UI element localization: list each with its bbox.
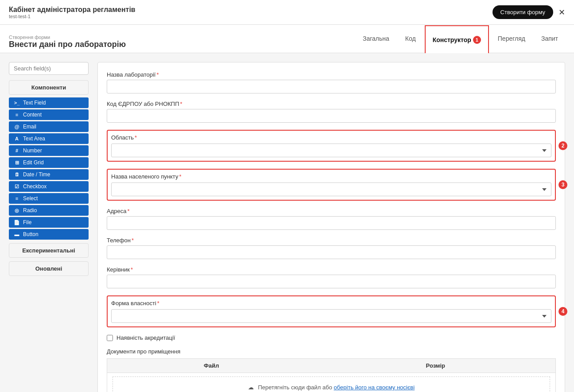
sidebar-item-label: Content	[23, 112, 42, 118]
file-upload-row: ☁ Перетягніть сюди файл або оберіть його…	[107, 373, 556, 392]
sidebar-item-textarea[interactable]: A Text Area	[9, 133, 89, 144]
sidebar-item-text-field[interactable]: >_ Text Field	[9, 97, 89, 108]
nazva-label: Назва лабораторії*	[107, 71, 556, 78]
accreditation-checkbox[interactable]	[107, 335, 113, 341]
edrpou-input[interactable]	[107, 109, 556, 123]
file-upload-area[interactable]: ☁ Перетягніть сюди файл або оберіть його…	[112, 376, 550, 392]
sidebar-item-label: Date / Time	[23, 171, 50, 178]
file-icon: 📄	[13, 220, 20, 225]
sidebar-item-email[interactable]: @ Email	[9, 121, 89, 132]
sidebar-item-edit-grid[interactable]: ⊞ Edit Grid	[9, 157, 89, 168]
header-left: Кабінет адміністратора регламентів test-…	[9, 6, 136, 19]
text-field-icon: >_	[13, 100, 20, 105]
form-group-settlement: Назва населеного пункту* 3	[107, 169, 556, 201]
sidebar-components-title[interactable]: Компоненти	[9, 80, 89, 95]
sidebar: Компоненти >_ Text Field ≡ Content @ Ema…	[9, 62, 89, 392]
form-creation-label: Створення форми	[9, 35, 126, 40]
form-group-forma: Форма власності* 4	[107, 295, 556, 327]
file-col-size: Розмір	[316, 359, 556, 373]
sidebar-item-select[interactable]: ≡ Select	[9, 193, 89, 204]
checkbox-icon: ☑	[13, 184, 20, 190]
main-content: Компоненти >_ Text Field ≡ Content @ Ema…	[0, 53, 574, 392]
sub-header: Створення форми Внести дані про лаборато…	[0, 25, 574, 53]
forma-select[interactable]	[111, 309, 551, 323]
sidebar-experimental-title[interactable]: Експериментальні	[9, 243, 89, 258]
accreditation-label: Наявність акредитації	[116, 334, 175, 341]
content-icon: ≡	[13, 112, 20, 117]
tab-zagalna[interactable]: Загальна	[356, 25, 396, 53]
kerivnyk-label: Керівник*	[107, 266, 556, 273]
telefon-label: Телефон*	[107, 237, 556, 244]
oblast-label: Область*	[111, 134, 551, 141]
tab-zapyt[interactable]: Запит	[534, 25, 565, 53]
header-right: Створити форму ✕	[493, 5, 565, 19]
email-icon: @	[13, 124, 20, 129]
nazva-input[interactable]	[107, 80, 556, 93]
sidebar-item-content[interactable]: ≡ Content	[9, 109, 89, 120]
sidebar-item-label: File	[23, 219, 31, 225]
sidebar-item-label: Email	[23, 124, 36, 130]
sidebar-item-label: Number	[23, 147, 42, 154]
adresa-input[interactable]	[107, 216, 556, 230]
sidebar-item-button[interactable]: ▬ Button	[9, 229, 89, 240]
sidebar-item-file[interactable]: 📄 File	[9, 217, 89, 228]
search-input[interactable]	[9, 62, 89, 75]
oblast-badge: 2	[558, 141, 567, 150]
accreditation-row: Наявність акредитації	[107, 334, 556, 341]
sidebar-item-label: Edit Grid	[23, 159, 44, 166]
form-group-edrpou: Код ЄДРПОУ або РНОКПП*	[107, 101, 556, 123]
telefon-input[interactable]	[107, 245, 556, 259]
upload-link[interactable]: оберіть його на своєму носієві	[334, 384, 415, 391]
adresa-label: Адреса*	[107, 208, 556, 214]
sidebar-item-label: Radio	[23, 207, 37, 213]
tab-constructor[interactable]: Конструктор 1	[425, 25, 489, 53]
settlement-select[interactable]	[111, 182, 551, 196]
forma-badge: 4	[558, 307, 567, 316]
app-subtitle: test-test-1	[9, 14, 136, 19]
textarea-icon: A	[13, 136, 20, 141]
file-col-name: Файл	[107, 359, 316, 373]
tab-code[interactable]: Код	[398, 25, 423, 53]
form-group-nazva: Назва лабораторії*	[107, 71, 556, 93]
sidebar-item-number[interactable]: # Number	[9, 145, 89, 156]
create-form-button[interactable]: Створити форму	[493, 5, 553, 19]
constructor-badge: 1	[473, 36, 481, 44]
sidebar-item-label: Select	[23, 195, 38, 202]
form-info: Створення форми Внести дані про лаборато…	[9, 35, 126, 53]
sidebar-item-radio[interactable]: ◎ Radio	[9, 205, 89, 216]
documents-section: Документи про приміщення Файл Розмір ☁ П…	[107, 348, 556, 392]
form-group-oblast: Область* 2	[107, 130, 556, 162]
sidebar-item-checkbox[interactable]: ☑ Checkbox	[9, 181, 89, 192]
form-group-kerivnyk: Керівник*	[107, 266, 556, 288]
oblast-select[interactable]	[111, 144, 551, 157]
close-icon[interactable]: ✕	[558, 8, 565, 17]
form-area: Назва лабораторії* Код ЄДРПОУ або РНОКПП…	[97, 62, 565, 392]
file-table: Файл Розмір ☁ Перетягніть сюди файл або …	[107, 358, 556, 392]
tab-bar: Загальна Код Конструктор 1 Перегляд Запи…	[356, 25, 565, 53]
form-group-telefon: Телефон*	[107, 237, 556, 259]
number-icon: #	[13, 148, 20, 153]
forma-label: Форма власності*	[111, 300, 551, 307]
select-icon: ≡	[13, 196, 20, 201]
edrpou-label: Код ЄДРПОУ або РНОКПП*	[107, 101, 556, 107]
settlement-label: Назва населеного пункту*	[111, 173, 551, 180]
app-title: Кабінет адміністратора регламентів	[9, 6, 136, 14]
settlement-badge: 3	[558, 180, 567, 189]
form-title: Внести дані про лабораторію	[9, 40, 126, 49]
app-header: Кабінет адміністратора регламентів test-…	[0, 0, 574, 25]
sidebar-item-label: Button	[23, 231, 39, 237]
kerivnyk-input[interactable]	[107, 275, 556, 288]
radio-icon: ◎	[13, 208, 20, 213]
upload-text: Перетягніть сюди файл або	[258, 384, 332, 391]
sidebar-item-label: Text Field	[23, 100, 46, 106]
tab-preview[interactable]: Перегляд	[491, 25, 532, 53]
edit-grid-icon: ⊞	[13, 160, 20, 166]
sidebar-item-datetime[interactable]: 🗓 Date / Time	[9, 169, 89, 180]
sidebar-item-label: Checkbox	[23, 183, 47, 190]
sidebar-item-label: Text Area	[23, 136, 45, 142]
form-group-adresa: Адреса*	[107, 208, 556, 230]
sidebar-updated-title[interactable]: Оновлені	[9, 261, 89, 276]
button-icon: ▬	[13, 232, 20, 237]
documents-label: Документи про приміщення	[107, 348, 556, 355]
datetime-icon: 🗓	[13, 172, 20, 177]
